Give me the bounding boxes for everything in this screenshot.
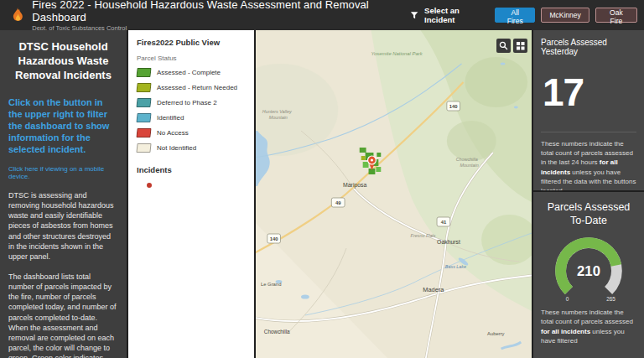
map-label: Hunters Valley [262, 109, 292, 114]
legend-item-label: Not Identified [157, 144, 196, 152]
highway-shield-label: 140 [270, 236, 279, 241]
map-toolbar [496, 39, 527, 53]
header-bar: Fires 2022 - Household Hazardous Waste A… [0, 0, 644, 30]
legend-item-label: Assessed - Complete [157, 69, 221, 76]
incident-point-icon [147, 183, 152, 188]
sidebar-paragraph-1: DTSC is assessing and removing household… [8, 190, 118, 262]
gauge-min-label: 0 [566, 297, 569, 303]
map-label: Mountain [460, 163, 479, 168]
sidebar-title: DTSC Household Hazardous Waste Removal I… [8, 40, 118, 83]
legend-swatch [136, 128, 151, 137]
legend-swatch [136, 68, 151, 77]
dashboard-body: DTSC Household Hazardous Waste Removal I… [0, 30, 644, 358]
mobile-device-link[interactable]: Click here if viewing on a mobile device… [8, 165, 118, 180]
divider [541, 132, 636, 132]
map-canvas: 1401404941 Yosemite National ParkHunters… [256, 30, 532, 358]
todate-description: These numbers indicate the total count o… [541, 308, 636, 345]
legend-swatch [136, 113, 151, 122]
legend-item-identified: Identified [137, 113, 246, 122]
map-label: Yosemite National Park [371, 51, 423, 56]
highway-shield-label: 49 [335, 200, 341, 205]
parcels-assessed-todate-panel: Parcels Assessed To-Date 210 0 265 These… [533, 192, 644, 358]
incident-button-mckinney[interactable]: McKinney [541, 8, 589, 23]
legend-item-deferred-phase2: Deferred to Phase 2 [137, 98, 246, 107]
todate-gauge: 210 0 265 [541, 231, 636, 308]
legend-item-label: Identified [157, 114, 184, 122]
highway-shield-label: 140 [449, 104, 459, 109]
map-label: Fresno Flats [411, 233, 436, 238]
map-label: Mariposa [343, 182, 366, 189]
gauge-value-label: 210 [577, 263, 600, 279]
legend-item-assessed-complete: Assessed - Complete [137, 68, 246, 77]
legend-section-parcel-status: Parcel Status [137, 54, 246, 62]
legend-item-label: No Access [157, 129, 189, 137]
app-title: Fires 2022 - Household Hazardous Waste A… [32, 0, 410, 23]
legend-item-assessed-return-needed: Assessed - Return Needed [137, 83, 246, 92]
map-label: Oakhurst [437, 239, 460, 245]
map-label: Auberry [487, 331, 505, 336]
map-label: Chowchilla [264, 329, 290, 335]
legend-item-no-access: No Access [137, 128, 246, 137]
parcels-assessed-yesterday-panel: Parcels Assessed Yesterday 17 These numb… [533, 30, 644, 190]
incident-selector: Select an Incident All Fires McKinney Oa… [410, 6, 637, 24]
gauge-max-label: 265 [606, 297, 615, 303]
sidebar-callout: Click on the button in the upper right t… [8, 96, 118, 155]
search-icon[interactable] [496, 39, 511, 53]
yesterday-description: These numbers indicate the total count o… [541, 139, 636, 190]
sidebar-paragraph-2: The dashboard lists total number of parc… [8, 272, 118, 358]
legend-swatch [136, 83, 151, 92]
legend-swatch [136, 98, 151, 107]
incident-button-all-fires[interactable]: All Fires [495, 8, 535, 23]
right-column: Parcels Assessed Yesterday 17 These numb… [533, 30, 644, 358]
map-label: Bass Lake [445, 264, 466, 269]
legend-section-incidents: Incidents [137, 165, 246, 174]
legend-title: Fires2022 Public View [137, 38, 246, 47]
yesterday-value: 17 [543, 70, 636, 115]
filter-icon [410, 11, 418, 20]
legend-item-not-identified: Not Identified [137, 143, 246, 153]
left-sidebar: DTSC Household Hazardous Waste Removal I… [0, 30, 127, 358]
legend-swatch [136, 143, 151, 153]
desc-text: These numbers indicate the total count o… [541, 140, 633, 166]
desc-bold: for all incidents [541, 328, 590, 335]
map[interactable]: 1401404941 Yosemite National ParkHunters… [256, 30, 532, 358]
flame-icon [10, 6, 25, 25]
yesterday-title: Parcels Assessed Yesterday [541, 38, 636, 56]
desc-text: These numbers indicate the total count o… [541, 309, 633, 325]
map-label: Chowchilla [456, 157, 478, 162]
map-label: Mountain [269, 115, 288, 120]
legend-item-label: Deferred to Phase 2 [157, 99, 217, 106]
highway-shield-label: 41 [441, 220, 447, 225]
basemap-grid-icon[interactable] [513, 39, 527, 53]
map-label: Madera [423, 286, 444, 293]
legend-panel: Fires2022 Public View Parcel Status Asse… [128, 30, 254, 358]
legend-item-label: Assessed - Return Needed [157, 84, 237, 91]
map-label: Le Grand [261, 282, 282, 287]
incident-button-oak-fire[interactable]: Oak Fire [595, 8, 637, 23]
header-brand: Fires 2022 - Household Hazardous Waste A… [10, 0, 410, 32]
todate-title: Parcels Assessed To-Date [541, 201, 636, 227]
selector-label: Select an Incident [424, 6, 487, 24]
